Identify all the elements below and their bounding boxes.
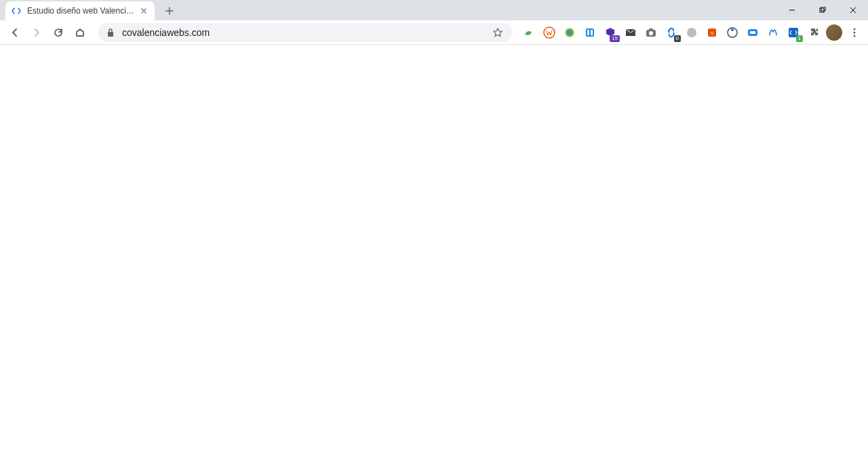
ext-disabled-icon[interactable] — [684, 24, 700, 41]
svg-rect-5 — [586, 28, 594, 37]
ext-video-icon[interactable] — [745, 24, 761, 41]
svg-rect-6 — [587, 30, 589, 35]
maximize-button[interactable] — [807, 0, 837, 20]
minimize-button[interactable] — [776, 0, 807, 20]
tab-title: Estudio diseño web Valencia | Ag — [27, 6, 136, 16]
svg-rect-18 — [750, 31, 755, 34]
toolbar: covalenciawebs.com 15 0 — [0, 20, 868, 45]
svg-point-4 — [565, 28, 574, 37]
chrome-menu-button[interactable] — [846, 24, 863, 41]
ext-badge: 0 — [674, 35, 681, 42]
svg-point-16 — [731, 28, 734, 31]
profile-avatar[interactable] — [826, 24, 842, 41]
svg-rect-7 — [591, 30, 593, 35]
ext-ecosia-icon[interactable] — [521, 24, 537, 41]
tab[interactable]: Estudio diseño web Valencia | Ag — [5, 1, 155, 20]
bookmark-star-icon[interactable] — [491, 26, 505, 39]
reload-button[interactable] — [49, 23, 68, 42]
close-window-button[interactable] — [837, 0, 868, 20]
svg-point-22 — [854, 35, 856, 37]
ext-mail-icon[interactable] — [623, 24, 639, 41]
ext-wordpress-icon[interactable] — [541, 24, 557, 41]
svg-point-21 — [854, 31, 856, 33]
svg-rect-2 — [108, 32, 113, 37]
ext-link-icon[interactable]: 0 — [663, 24, 679, 41]
ext-calendar-icon[interactable]: 15 — [602, 24, 618, 41]
ext-reader-icon[interactable] — [582, 24, 598, 41]
ext-movistar-icon[interactable] — [765, 24, 781, 41]
svg-point-20 — [854, 28, 856, 30]
close-icon[interactable] — [138, 5, 149, 16]
ext-badge: 15 — [610, 35, 620, 42]
svg-rect-11 — [649, 28, 653, 31]
extensions-puzzle-icon[interactable] — [806, 24, 822, 41]
ext-colorpicker-icon[interactable] — [561, 24, 578, 41]
window-controls — [776, 0, 868, 20]
ext-seo-icon[interactable]: S — [704, 24, 720, 41]
tab-strip: Estudio diseño web Valencia | Ag — [0, 0, 868, 20]
page-content — [0, 45, 868, 460]
extensions-area: 15 0 S 1 — [521, 24, 863, 41]
new-tab-button[interactable] — [160, 1, 179, 20]
back-button[interactable] — [5, 23, 24, 42]
ext-badge: 1 — [796, 35, 803, 42]
ext-circle-icon[interactable] — [724, 24, 741, 41]
home-button[interactable] — [71, 23, 90, 42]
ext-camera-icon[interactable] — [643, 24, 659, 41]
svg-text:S: S — [711, 31, 713, 35]
url-text: covalenciawebs.com — [122, 27, 491, 38]
ext-devtools-icon[interactable]: 1 — [785, 24, 802, 41]
svg-rect-1 — [821, 7, 825, 11]
lock-icon — [106, 28, 115, 37]
svg-point-10 — [649, 31, 653, 35]
address-bar[interactable]: covalenciawebs.com — [98, 23, 513, 42]
svg-rect-0 — [820, 8, 824, 12]
forward-button[interactable] — [27, 23, 46, 42]
svg-point-12 — [687, 28, 696, 37]
code-icon — [11, 5, 22, 16]
